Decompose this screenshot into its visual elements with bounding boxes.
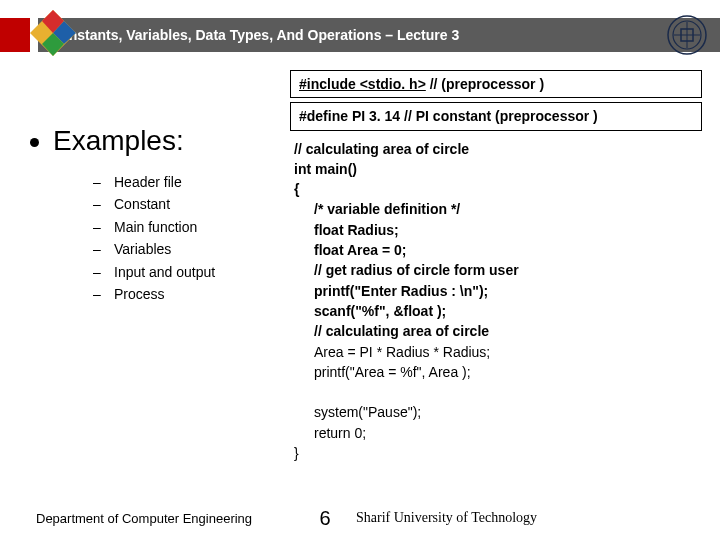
page-number: 6 (300, 507, 350, 530)
code-line: } (294, 443, 702, 463)
code-line: float Area = 0; (294, 240, 702, 260)
include-comment: // (preprocessor ) (426, 76, 544, 92)
code-line: float Radius; (294, 220, 702, 240)
footer-department: Department of Computer Engineering (0, 511, 300, 526)
list-item-label: Main function (114, 219, 197, 235)
code-box-include: #include <stdio. h> // (preprocessor ) (290, 70, 702, 98)
examples-column: Examples: –Header file–Constant–Main fun… (0, 70, 290, 500)
list-item: –Process (90, 283, 290, 305)
slide-title: Constants, Variables, Data Types, And Op… (50, 27, 459, 43)
header-bar: Constants, Variables, Data Types, And Op… (0, 18, 720, 52)
university-seal-icon (666, 14, 708, 56)
code-column: #include <stdio. h> // (preprocessor ) #… (290, 70, 720, 500)
dash-icon: – (90, 238, 104, 260)
examples-list: –Header file–Constant–Main function–Vari… (30, 171, 290, 305)
list-item-label: Constant (114, 196, 170, 212)
define-comment: // PI constant (preprocessor ) (404, 108, 598, 124)
examples-heading: Examples: (30, 125, 290, 157)
code-line: { (294, 179, 702, 199)
footer-university: Sharif University of Technology (350, 510, 720, 526)
code-line: return 0; (294, 423, 702, 443)
code-line: // calculating area of circle (294, 139, 702, 159)
slide-body: Examples: –Header file–Constant–Main fun… (0, 70, 720, 500)
examples-heading-text: Examples: (53, 125, 184, 156)
code-line: /* variable definition */ (294, 199, 702, 219)
list-item: –Constant (90, 193, 290, 215)
code-line: // calculating area of circle (294, 321, 702, 341)
code-line: printf("Enter Radius : \n"); (294, 281, 702, 301)
code-line: Area = PI * Radius * Radius; (294, 342, 702, 362)
list-item: –Variables (90, 238, 290, 260)
list-item-label: Variables (114, 241, 171, 257)
define-directive: #define PI 3. 14 (299, 108, 404, 124)
code-line: int main() (294, 159, 702, 179)
code-body: // calculating area of circleint main(){… (290, 139, 702, 464)
list-item: –Input and output (90, 261, 290, 283)
list-item-label: Process (114, 286, 165, 302)
code-line: system("Pause"); (294, 402, 702, 422)
dash-icon: – (90, 193, 104, 215)
slide-footer: Department of Computer Engineering 6 Sha… (0, 504, 720, 532)
bullet-icon (30, 138, 39, 147)
include-directive: #include <stdio. h> (299, 76, 426, 92)
dash-icon: – (90, 261, 104, 283)
red-accent (0, 18, 30, 52)
code-line: // get radius of circle form user (294, 260, 702, 280)
code-line: scanf("%f", &float ); (294, 301, 702, 321)
puzzle-logo-icon (28, 8, 78, 58)
list-item: –Header file (90, 171, 290, 193)
list-item: –Main function (90, 216, 290, 238)
list-item-label: Header file (114, 174, 182, 190)
dash-icon: – (90, 283, 104, 305)
dash-icon: – (90, 216, 104, 238)
code-line: printf("Area = %f", Area ); (294, 362, 702, 382)
dash-icon: – (90, 171, 104, 193)
code-line (294, 382, 702, 402)
code-box-define: #define PI 3. 14 // PI constant (preproc… (290, 102, 702, 130)
list-item-label: Input and output (114, 264, 215, 280)
title-band: Constants, Variables, Data Types, And Op… (38, 18, 720, 52)
